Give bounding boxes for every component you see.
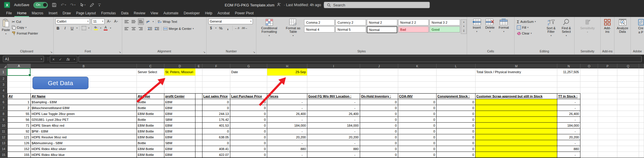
cell-E13[interactable] xyxy=(195,140,202,146)
cell-M5[interactable]: Customer Scrap approved but still in Sto… xyxy=(476,93,557,99)
cell-O3[interactable] xyxy=(580,82,598,87)
row-header-12[interactable]: 12 xyxy=(0,134,7,140)
cell-L8[interactable]: 0 xyxy=(437,111,476,117)
style-tile-bad[interactable]: Bad xyxy=(398,26,429,32)
tab-formulas[interactable]: Formulas xyxy=(98,11,118,17)
col-header-O[interactable]: O xyxy=(580,64,598,69)
find-select-dropdown-icon[interactable]: ▾ xyxy=(566,34,567,37)
people-share-icon[interactable] xyxy=(277,3,282,8)
cell-C8[interactable]: EBM Bottle xyxy=(137,111,164,117)
cell-H14[interactable]: 880 xyxy=(267,146,307,152)
cell-O14[interactable] xyxy=(580,146,598,152)
cell-B8[interactable]: HDPE Law Toggle 28oz green xyxy=(31,111,137,117)
cell-H10[interactable]: 184,000 xyxy=(267,123,307,128)
cell-I8[interactable]: 26,400 xyxy=(307,111,360,117)
cell-C2[interactable] xyxy=(137,76,164,82)
sort-filter-button[interactable]: AZ Sort & Filter ▾ xyxy=(544,18,558,39)
cell-D4[interactable] xyxy=(164,87,195,93)
increase-decimal-button[interactable]: ←.0 xyxy=(234,25,240,31)
cell-M3[interactable] xyxy=(476,82,557,87)
cell-B12[interactable]: HDPE Resolve 96oz red xyxy=(31,134,137,140)
cell-B13[interactable]: $Abmusterung - SBM xyxy=(31,140,137,146)
cell-P7[interactable] xyxy=(598,105,617,111)
paste-button[interactable]: Paste ▾ xyxy=(0,18,12,37)
cell-D10[interactable]: EBM xyxy=(164,123,195,128)
cell-G4[interactable] xyxy=(230,87,267,93)
cell-P13[interactable] xyxy=(598,140,617,146)
cell-E14[interactable] xyxy=(195,146,202,152)
row-header-7[interactable]: 7 xyxy=(0,105,7,111)
cell-R8[interactable] xyxy=(639,111,644,117)
formula-input[interactable] xyxy=(79,56,642,62)
cell-F4[interactable] xyxy=(202,87,230,93)
cell-C14[interactable]: EBM Bottle xyxy=(137,146,164,152)
cell-Q3[interactable] xyxy=(617,82,639,87)
tab-data[interactable]: Data xyxy=(118,11,131,17)
cell-L5[interactable]: Consignment Stock : xyxy=(437,93,476,99)
tab-review[interactable]: Review xyxy=(131,11,148,17)
row-header-11[interactable]: 11 xyxy=(0,128,7,134)
cell-K11[interactable]: 0 xyxy=(398,128,437,134)
cell-A5[interactable]: AV xyxy=(7,93,31,99)
cell-E4[interactable] xyxy=(195,87,202,93)
cell-P15[interactable] xyxy=(598,152,617,158)
cell-E10[interactable] xyxy=(195,123,202,128)
get-data-button[interactable]: Get Data xyxy=(33,77,88,89)
accounting-format-button[interactable]: $ xyxy=(208,25,214,31)
redo-icon[interactable]: ↷▾ xyxy=(70,2,75,8)
cell-C15[interactable]: EBM Bottle xyxy=(137,152,164,158)
italic-button[interactable]: I xyxy=(62,25,68,31)
cell-N7[interactable]: - xyxy=(557,105,580,111)
cell-O7[interactable] xyxy=(580,105,598,111)
accounting-dropdown-icon[interactable]: ▾ xyxy=(215,27,217,29)
cell-M2[interactable] xyxy=(476,76,557,82)
cell-M13[interactable] xyxy=(476,140,557,146)
col-header-N[interactable]: N xyxy=(557,64,580,69)
style-tile-normal[interactable]: Normal xyxy=(367,26,397,33)
cell-O10[interactable] xyxy=(580,123,598,128)
cell-A3[interactable] xyxy=(7,82,31,87)
row-header-2[interactable]: 2 xyxy=(0,76,7,82)
row-header-9[interactable]: 9 xyxy=(0,117,7,123)
cell-B10[interactable]: HDPE Steam 48oz red xyxy=(31,123,137,128)
cell-Q7[interactable] xyxy=(617,105,639,111)
cell-O8[interactable] xyxy=(580,111,598,117)
cell-D6[interactable]: EBM xyxy=(164,99,195,105)
cell-G11[interactable]: 0 xyxy=(230,128,267,134)
cell-C13[interactable]: Bottle xyxy=(137,140,164,146)
cell-K13[interactable]: 0 xyxy=(398,140,437,146)
cell-B1[interactable] xyxy=(31,68,137,76)
touch-mouse-mode-icon[interactable]: ▾ xyxy=(79,3,86,7)
cell-G5[interactable]: Last Purchase Price xyxy=(230,93,267,99)
redo-dropdown-icon[interactable]: ▾ xyxy=(74,4,76,6)
cell-R15[interactable] xyxy=(639,152,644,158)
col-header-H[interactable]: H xyxy=(267,64,307,69)
cell-N4[interactable] xyxy=(557,87,580,93)
cell-F10[interactable]: 401.53 xyxy=(202,123,230,128)
cell-P12[interactable] xyxy=(598,134,617,140)
last-modified-text[interactable]: · Last Modified: 4h ago xyxy=(284,3,321,7)
col-header-G[interactable]: G xyxy=(230,64,267,69)
cell-P6[interactable] xyxy=(598,99,617,105)
find-select-button[interactable]: Find & Select ▾ xyxy=(558,18,574,39)
increase-indent-icon[interactable] xyxy=(154,26,159,32)
cell-J1[interactable] xyxy=(360,68,398,76)
cell-D5[interactable]: profit Center xyxy=(164,93,195,99)
sort-filter-dropdown-icon[interactable]: ▾ xyxy=(551,34,552,37)
cell-R10[interactable] xyxy=(639,123,644,128)
cell-R5[interactable] xyxy=(639,93,644,99)
cell-H1[interactable]: 29-Sep xyxy=(267,68,307,76)
col-header-partial[interactable] xyxy=(639,64,644,69)
cell-F1[interactable] xyxy=(202,68,230,76)
tab-automate[interactable]: Automate xyxy=(161,11,181,17)
cell-C11[interactable]: EBM Bottle xyxy=(137,128,164,134)
cell-R1[interactable] xyxy=(639,68,644,76)
cell-J7[interactable]: 0 xyxy=(360,105,398,111)
col-header-A[interactable]: A xyxy=(7,64,31,69)
cell-B15[interactable]: HDPE Ridex 48oz blue xyxy=(31,152,137,158)
number-format-combo[interactable]: General▾ xyxy=(208,18,253,24)
tab-help[interactable]: Help xyxy=(202,11,215,17)
name-box-dropdown-icon[interactable]: ▾ xyxy=(41,58,42,60)
cell-F12[interactable]: 638.05 xyxy=(202,134,230,140)
cell-A15[interactable]: 155 xyxy=(7,152,31,158)
